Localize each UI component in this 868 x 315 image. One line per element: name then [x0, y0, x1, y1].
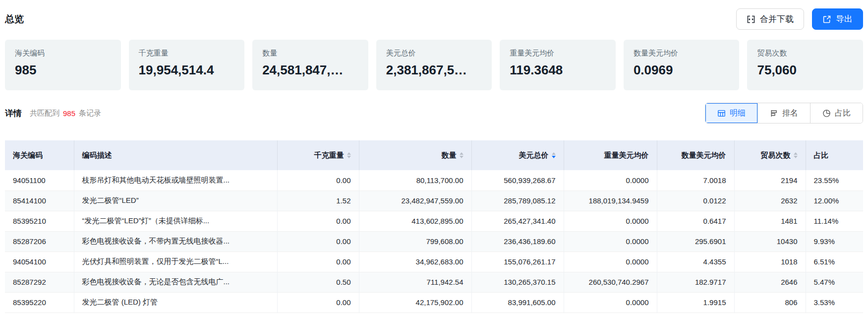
- detail-heading: 详情 共匹配到 985 条记录: [5, 108, 101, 119]
- cell-hs-code: 85287206: [5, 231, 74, 252]
- cell-hs-code: 85287292: [5, 272, 74, 292]
- cell-usd-per-unit: 0.0122: [657, 190, 734, 211]
- tab-detail[interactable]: 明细: [705, 103, 757, 123]
- cell-description: 枝形吊灯和其他电动天花板或墙壁照明装置...: [74, 170, 277, 190]
- cell-usd-total: 83,991,605.00: [471, 292, 564, 313]
- trade-dashboard: 总览 合并下载 导出 海关编码985千克重量19,954,514.4数量24,5…: [0, 0, 868, 313]
- column-header-kg-weight[interactable]: 千克重量: [277, 140, 359, 170]
- cell-usd-per-unit: 295.6901: [657, 231, 734, 252]
- cell-share: 6.51%: [806, 252, 863, 272]
- export-icon: [822, 15, 831, 24]
- tab-label: 明细: [730, 108, 746, 119]
- sort-icon: [794, 152, 798, 158]
- cell-trade-count: 1481: [734, 211, 806, 231]
- cell-usd-per-unit: 4.4355: [657, 252, 734, 272]
- stat-card: 重量美元均价119.3648: [500, 40, 616, 90]
- stat-card: 美元总价2,381,867,5…: [376, 40, 492, 90]
- cell-share: 5.47%: [806, 272, 863, 292]
- cell-share: 3.53%: [806, 292, 863, 313]
- table-row: 85287206彩色电视接收设备，不带内置无线电接收器...0.00799,60…: [5, 231, 863, 252]
- column-header-label: 编码描述: [82, 151, 112, 160]
- cell-usd-total: 265,427,341.40: [471, 211, 564, 231]
- stat-value: 19,954,514.4: [139, 63, 235, 78]
- tab-label: 排名: [782, 108, 798, 119]
- table-row: 85395220发光二极管 (LED) 灯管0.0042,175,902.008…: [5, 292, 863, 313]
- cell-trade-count: 2646: [734, 272, 806, 292]
- cell-kg-weight: 1.52: [277, 190, 359, 211]
- column-header-label: 美元总价: [519, 151, 549, 160]
- cell-share: 11.14%: [806, 211, 863, 231]
- page-title: 总览: [5, 13, 24, 26]
- stat-value: 75,060: [757, 63, 853, 78]
- column-header-label: 数量美元均价: [682, 151, 726, 160]
- cell-kg-weight: 0.00: [277, 231, 359, 252]
- stat-label: 数量: [262, 49, 358, 58]
- column-header-trade-count[interactable]: 贸易次数: [734, 140, 806, 170]
- ranking-icon: [770, 109, 778, 118]
- export-button[interactable]: 导出: [812, 8, 863, 30]
- pie-chart-icon: [822, 109, 831, 118]
- cell-description: 彩色电视接收设备，不带内置无线电接收器...: [74, 231, 277, 252]
- cell-kg-weight: 0.00: [277, 170, 359, 190]
- cell-description: 彩色电视接收设备，无论是否包含无线电广...: [74, 272, 277, 292]
- stat-label: 贸易次数: [757, 49, 853, 58]
- sort-icon: [347, 152, 351, 158]
- cell-usd-per-kg: 260,530,740.2967: [564, 272, 657, 292]
- column-header-usd-total[interactable]: 美元总价: [471, 140, 564, 170]
- column-header-label: 海关编码: [13, 151, 43, 160]
- stat-card: 数量24,581,847,…: [252, 40, 368, 90]
- cell-usd-per-kg: 188,019,134.9459: [564, 190, 657, 211]
- column-header-label: 占比: [814, 151, 829, 160]
- cell-kg-weight: 0.00: [277, 252, 359, 272]
- cell-usd-per-unit: 182.9717: [657, 272, 734, 292]
- column-header-description: 编码描述: [74, 140, 277, 170]
- table-row: 94051100枝形吊灯和其他电动天花板或墙壁照明装置...0.0080,113…: [5, 170, 863, 190]
- stat-value: 119.3648: [510, 63, 606, 78]
- stat-card: 千克重量19,954,514.4: [129, 40, 245, 90]
- cell-kg-weight: 0.00: [277, 292, 359, 313]
- table-icon: [717, 109, 726, 118]
- cell-trade-count: 1018: [734, 252, 806, 272]
- cell-usd-total: 236,436,189.60: [471, 231, 564, 252]
- sort-icon: [552, 152, 556, 158]
- cell-usd-per-kg: 0.0000: [564, 292, 657, 313]
- cell-description: 光伏灯具和照明装置，仅用于发光二极管“L...: [74, 252, 277, 272]
- cell-quantity: 34,962,683.00: [359, 252, 471, 272]
- cell-usd-total: 560,939,268.67: [471, 170, 564, 190]
- cell-trade-count: 2632: [734, 190, 806, 211]
- stat-value: 0.0969: [634, 63, 730, 78]
- table-row: 85414100发光二极管“LED”1.5223,482,947,559.002…: [5, 190, 863, 211]
- stat-card: 海关编码985: [5, 40, 121, 90]
- cell-usd-per-kg: 0.0000: [564, 231, 657, 252]
- column-header-label: 贸易次数: [761, 151, 791, 160]
- stat-label: 千克重量: [139, 49, 235, 58]
- cell-trade-count: 10430: [734, 231, 806, 252]
- match-summary: 共匹配到 985 条记录: [30, 109, 101, 118]
- stat-card: 数量美元均价0.0969: [624, 40, 740, 90]
- column-header-share: 占比: [806, 140, 863, 170]
- section-title: 详情: [5, 108, 22, 119]
- column-header-quantity[interactable]: 数量: [359, 140, 471, 170]
- cell-quantity: 80,113,700.00: [359, 170, 471, 190]
- tab-share[interactable]: 占比: [810, 103, 863, 123]
- cell-hs-code: 85395220: [5, 292, 74, 313]
- detail-bar: 详情 共匹配到 985 条记录 明细排名占比: [5, 103, 863, 123]
- table-header-row: 海关编码编码描述千克重量数量美元总价重量美元均价数量美元均价贸易次数占比: [5, 140, 863, 170]
- table-row: 85395210“发光二极管“LED”灯”（未提供详细标...0.00413,6…: [5, 211, 863, 231]
- cell-trade-count: 806: [734, 292, 806, 313]
- cell-usd-per-kg: 0.0000: [564, 170, 657, 190]
- column-header-label: 数量: [442, 151, 457, 160]
- cell-usd-total: 155,076,261.17: [471, 252, 564, 272]
- match-count: 985: [63, 109, 75, 118]
- merge-download-button[interactable]: 合并下载: [736, 8, 804, 30]
- tab-ranking[interactable]: 排名: [757, 103, 810, 123]
- cell-kg-weight: 0.00: [277, 211, 359, 231]
- stat-value: 24,581,847,…: [262, 63, 358, 78]
- cell-hs-code: 94054100: [5, 252, 74, 272]
- column-header-usd-per-kg: 重量美元均价: [564, 140, 657, 170]
- cell-hs-code: 85395210: [5, 211, 74, 231]
- cell-usd-per-kg: 0.0000: [564, 211, 657, 231]
- export-label: 导出: [836, 13, 853, 25]
- cell-share: 9.93%: [806, 231, 863, 252]
- cell-kg-weight: 0.50: [277, 272, 359, 292]
